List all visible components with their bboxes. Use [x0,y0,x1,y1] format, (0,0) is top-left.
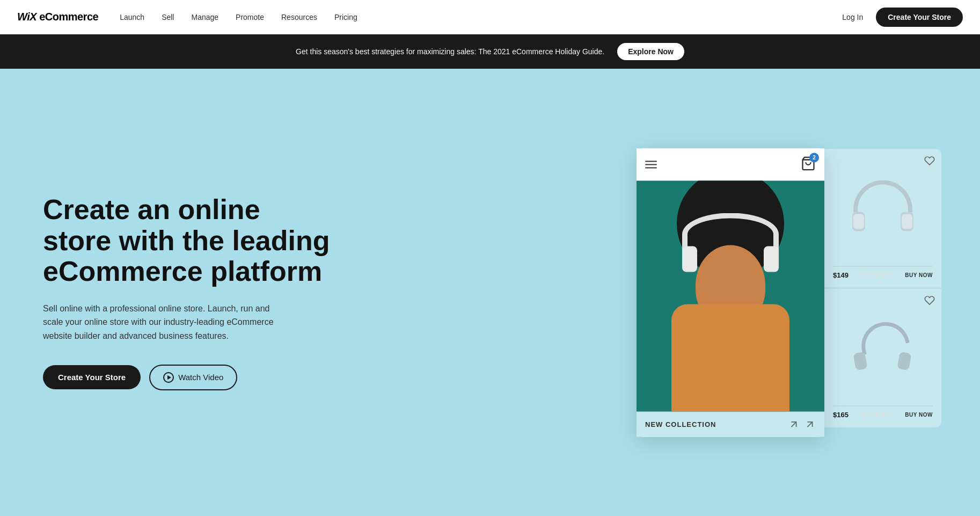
nav-link-resources[interactable]: Resources [281,13,317,21]
navbar: WiX eCommerce Launch Sell Manage Promote… [0,0,980,34]
headphone-left-cup [682,246,697,272]
product-card-footer-2: $165 BUY NOW [833,405,933,418]
nav-link-pricing[interactable]: Pricing [334,13,357,21]
store-hero-image [637,180,824,411]
store-preview-card: 2 NEW COLLECTION [637,148,824,437]
hp-pad-right-1 [902,214,912,229]
wishlist-icon-1[interactable] [924,155,935,166]
product-price-1: $149 [833,271,849,279]
store-card-footer: NEW COLLECTION [637,411,824,437]
star-4 [881,272,886,278]
cart-icon[interactable]: 2 [801,156,816,173]
watch-video-button[interactable]: Watch Video [149,365,237,390]
store-card-header: 2 [637,148,824,180]
star-7 [868,412,873,417]
explore-now-button[interactable]: Explore Now [617,43,684,60]
svg-line-2 [807,421,812,426]
hamburger-menu-icon[interactable] [645,161,657,168]
hero-title: Create an online store with the leading … [43,194,333,287]
model-figure [655,186,806,411]
product-image-1 [833,157,933,261]
product-cards: $149 BUY NOW [824,148,942,437]
product-stars-1 [861,272,893,278]
play-triangle [167,375,171,380]
nav-link-promote[interactable]: Promote [236,13,264,21]
product-image-2 [833,297,933,401]
product-stars-2 [861,412,893,417]
headphone-product-1 [848,177,918,242]
arrow-up-right-icon-2 [804,418,816,430]
hero-buttons: Create Your Store Watch Video [43,365,333,390]
hero-section: Create an online store with the leading … [0,69,980,516]
login-button[interactable]: Log In [842,13,863,21]
star-5 [887,272,893,278]
svg-line-1 [791,421,796,426]
wishlist-icon-2[interactable] [924,295,935,306]
logo: WiX eCommerce [17,11,98,23]
logo-ecommerce: eCommerce [39,11,98,23]
model-body [671,304,789,411]
play-icon [163,372,174,383]
star-9 [881,412,886,417]
nav-link-launch[interactable]: Launch [120,13,144,21]
buy-now-button-1[interactable]: BUY NOW [905,272,933,278]
product-price-2: $165 [833,410,849,418]
arrow-icons [788,418,816,430]
watch-video-label: Watch Video [178,373,223,382]
store-mockup: 2 NEW COLLECTION [637,148,948,437]
hero-content: Create an online store with the leading … [43,194,333,390]
hp-pad-left-1 [853,214,864,229]
star-1 [861,272,867,278]
product-card-2: $165 BUY NOW [824,288,942,427]
headphone-right-cup [764,246,779,272]
nav-link-manage[interactable]: Manage [191,13,218,21]
hp-arc-2 [856,316,910,355]
hero-subtitle: Sell online with a professional online s… [43,302,290,343]
nav-link-sell[interactable]: Sell [162,13,174,21]
create-store-button-nav[interactable]: Create Your Store [876,8,963,27]
product-card-footer-1: $149 BUY NOW [833,266,933,279]
product-card-1: $149 BUY NOW [824,148,942,288]
star-3 [874,272,880,278]
headphone-product-2 [848,317,918,381]
nav-links: Launch Sell Manage Promote Resources Pri… [120,13,842,21]
nav-right: Log In Create Your Store [842,8,963,27]
new-collection-label: NEW COLLECTION [645,420,716,428]
logo-wix: WiX [17,11,36,23]
announcement-banner: Get this season's best strategies for ma… [0,34,980,69]
star-8 [874,412,880,417]
create-store-button-hero[interactable]: Create Your Store [43,365,141,389]
cart-badge: 2 [809,152,819,162]
star-2 [868,272,873,278]
star-10 [887,412,893,417]
hp-arc-1 [853,180,912,212]
banner-text: Get this season's best strategies for ma… [296,47,604,56]
star-6 [861,412,867,417]
arrow-up-right-icon-1 [788,418,800,430]
hp-ear-right-2 [897,351,911,370]
buy-now-button-2[interactable]: BUY NOW [905,411,933,417]
